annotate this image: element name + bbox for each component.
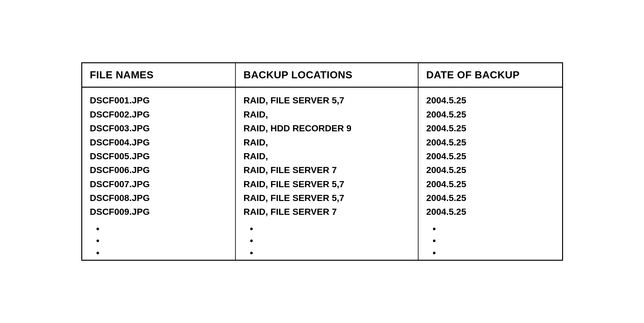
locations-dots: • • •: [243, 223, 410, 258]
file-name-8: DSCF008.JPG: [90, 191, 228, 205]
dates-dots-cell: • • •: [418, 222, 562, 260]
file-names-list: DSCF001.JPG DSCF002.JPG DSCF003.JPG DSCF…: [90, 93, 228, 219]
date-1: 2004.5.25: [426, 93, 554, 107]
dot-2: •: [96, 235, 228, 246]
location-9: RAID, FILE SERVER 7: [243, 205, 410, 219]
file-name-7: DSCF007.JPG: [90, 177, 228, 191]
header-backup-locations: BACKUP LOCATIONS: [235, 63, 418, 87]
dot-6: •: [250, 248, 410, 258]
date-9: 2004.5.25: [426, 205, 554, 219]
date-3: 2004.5.25: [426, 121, 554, 135]
table-row: DSCF001.JPG DSCF002.JPG DSCF003.JPG DSCF…: [82, 87, 562, 222]
continuation-dots-row: • • • • • • • • •: [82, 222, 562, 260]
file-name-9: DSCF009.JPG: [90, 205, 228, 219]
header-file-names: FILE NAMES: [82, 63, 235, 87]
location-6: RAID, FILE SERVER 7: [243, 163, 410, 177]
dot-5: •: [250, 235, 410, 246]
dot-4: •: [250, 223, 410, 234]
date-2: 2004.5.25: [426, 108, 554, 121]
backup-locations-cell: RAID, FILE SERVER 5,7 RAID, RAID, HDD RE…: [235, 87, 418, 222]
file-names-dots-cell: • • •: [82, 222, 235, 260]
date-6: 2004.5.25: [426, 163, 554, 177]
location-1: RAID, FILE SERVER 5,7: [243, 93, 410, 107]
dates-cell: 2004.5.25 2004.5.25 2004.5.25 2004.5.25 …: [418, 87, 562, 222]
date-4: 2004.5.25: [426, 135, 554, 149]
file-names-cell: DSCF001.JPG DSCF002.JPG DSCF003.JPG DSCF…: [82, 87, 235, 222]
backup-locations-list: RAID, FILE SERVER 5,7 RAID, RAID, HDD RE…: [243, 93, 410, 219]
date-8: 2004.5.25: [426, 191, 554, 205]
location-2: RAID,: [243, 108, 410, 121]
file-name-4: DSCF004.JPG: [90, 135, 228, 149]
file-name-3: DSCF003.JPG: [90, 121, 228, 135]
dates-list: 2004.5.25 2004.5.25 2004.5.25 2004.5.25 …: [426, 93, 554, 219]
location-8: RAID, FILE SERVER 5,7: [243, 191, 410, 205]
dot-7: •: [433, 223, 554, 234]
main-table-container: FILE NAMES BACKUP LOCATIONS DATE OF BACK…: [81, 62, 563, 260]
date-5: 2004.5.25: [426, 149, 554, 163]
table-header-row: FILE NAMES BACKUP LOCATIONS DATE OF BACK…: [82, 63, 562, 87]
file-name-1: DSCF001.JPG: [90, 93, 228, 107]
dot-8: •: [433, 235, 554, 246]
location-5: RAID,: [243, 149, 410, 163]
dot-1: •: [96, 223, 228, 234]
date-7: 2004.5.25: [426, 177, 554, 191]
file-name-6: DSCF006.JPG: [90, 163, 228, 177]
location-7: RAID, FILE SERVER 5,7: [243, 177, 410, 191]
location-3: RAID, HDD RECORDER 9: [243, 121, 410, 135]
backup-table: FILE NAMES BACKUP LOCATIONS DATE OF BACK…: [81, 62, 563, 260]
dates-dots: • • •: [426, 223, 554, 258]
location-4: RAID,: [243, 135, 410, 149]
header-date-of-backup: DATE OF BACKUP: [418, 63, 562, 87]
file-name-2: DSCF002.JPG: [90, 108, 228, 121]
dot-9: •: [433, 248, 554, 258]
file-names-dots: • • •: [90, 223, 228, 258]
file-name-5: DSCF005.JPG: [90, 149, 228, 163]
locations-dots-cell: • • •: [235, 222, 418, 260]
dot-3: •: [96, 248, 228, 258]
